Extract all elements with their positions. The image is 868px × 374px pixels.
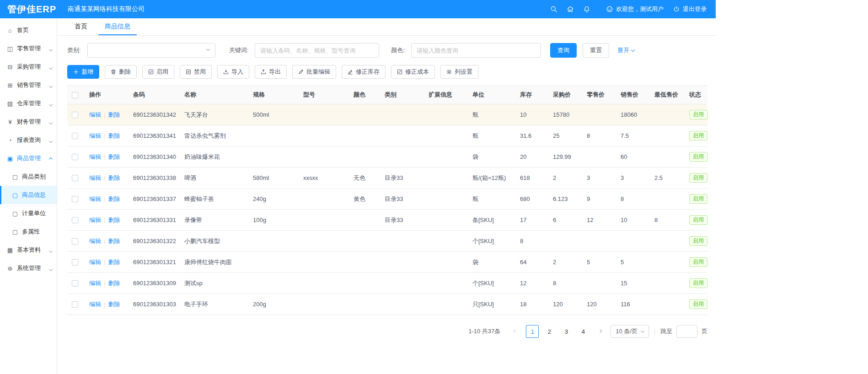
cell-model <box>299 231 349 252</box>
sidebar-item[interactable]: ◔报表查询 <box>0 131 57 149</box>
row-checkbox[interactable] <box>72 133 78 139</box>
keyword-input[interactable] <box>255 43 379 58</box>
button-label: 禁用 <box>194 68 206 76</box>
trash-icon <box>111 69 116 75</box>
export-button[interactable]: 导出 <box>255 65 287 79</box>
sidebar-item[interactable]: ▢商品类别 <box>0 168 57 186</box>
reset-button[interactable]: 重置 <box>583 43 609 58</box>
cell-color <box>349 231 380 252</box>
edit-link[interactable]: 编辑 <box>89 174 101 181</box>
row-checkbox[interactable] <box>72 217 78 223</box>
search-icon[interactable] <box>550 5 557 13</box>
disable-button[interactable]: 禁用 <box>180 65 212 79</box>
fix-cost-button[interactable]: 修正成本 <box>391 65 435 79</box>
row-checkbox[interactable] <box>72 238 78 244</box>
sidebar-item[interactable]: ⊞销售管理 <box>0 76 57 94</box>
cell-min_price <box>650 125 685 146</box>
import-button[interactable]: 导入 <box>217 65 249 79</box>
edit-link[interactable]: 编辑 <box>89 259 101 266</box>
chevron-down-icon <box>641 329 644 332</box>
sidebar-item[interactable]: ▤仓库管理 <box>0 94 57 113</box>
delete-link[interactable]: 删除 <box>108 111 120 118</box>
cell-actions: 编辑|删除 <box>85 294 129 315</box>
page-button-4[interactable]: 4 <box>577 325 589 338</box>
cell-barcode: 6901236301321 <box>129 252 180 273</box>
shop-icon[interactable] <box>567 5 574 13</box>
page-size-select[interactable]: 10 条/页 <box>611 325 649 338</box>
next-page-button[interactable] <box>594 325 606 338</box>
bell-icon[interactable] <box>583 5 590 13</box>
column-settings-button[interactable]: 列设置 <box>440 65 478 79</box>
sidebar-item[interactable]: ▢商品信息 <box>0 186 57 204</box>
cell-barcode: 6901236301331 <box>129 210 180 231</box>
status-badge: 启用 <box>689 152 707 162</box>
row-checkbox[interactable] <box>72 280 78 287</box>
jump-page-input[interactable] <box>676 325 697 338</box>
cell-color <box>349 210 380 231</box>
cell-stock: 618 <box>515 168 548 189</box>
sidebar-item[interactable]: ¥财务管理 <box>0 113 57 131</box>
sidebar-item[interactable]: ◫零售管理 <box>0 39 57 58</box>
sidebar-item[interactable]: ▢多属性 <box>0 222 57 241</box>
prev-page-button[interactable] <box>509 325 522 338</box>
edit-link[interactable]: 编辑 <box>89 111 101 118</box>
edit-link[interactable]: 编辑 <box>89 217 101 223</box>
edit-line-icon <box>348 69 353 75</box>
page-button-1[interactable]: 1 <box>526 325 539 338</box>
row-checkbox[interactable] <box>72 112 78 118</box>
page-button-2[interactable]: 2 <box>543 325 556 338</box>
edit-link[interactable]: 编辑 <box>89 280 101 287</box>
edit-link[interactable]: 编辑 <box>89 153 101 160</box>
row-checkbox[interactable] <box>72 301 78 308</box>
row-checkbox[interactable] <box>72 259 78 266</box>
select-all-checkbox[interactable] <box>72 92 78 98</box>
row-checkbox[interactable] <box>72 175 78 181</box>
delete-button[interactable]: 删除 <box>105 65 137 79</box>
table-row: 编辑|删除6901236301341雷达杀虫气雾剂瓶31.62587.5启用 <box>67 125 707 146</box>
row-checkbox[interactable] <box>72 196 78 202</box>
delete-link[interactable]: 删除 <box>108 132 120 139</box>
welcome-text: 欢迎您，测试用户 <box>616 5 664 13</box>
tab-home[interactable]: 首页 <box>68 18 94 35</box>
app-window: 管伊佳ERP 南通某某网络科技有限公司 欢迎您，测试用户 退出登录 ⌂首页◫ <box>0 0 716 374</box>
cell-barcode: 6901236301337 <box>129 189 180 210</box>
delete-link[interactable]: 删除 <box>108 217 120 223</box>
sidebar-item[interactable]: ▦基本资料 <box>0 241 57 259</box>
edit-link[interactable]: 编辑 <box>89 195 101 202</box>
search-button[interactable]: 查询 <box>550 43 577 58</box>
sidebar-item[interactable]: ⊛系统管理 <box>0 259 57 277</box>
delete-link[interactable]: 删除 <box>108 174 120 181</box>
cell-model <box>299 189 349 210</box>
delete-link[interactable]: 删除 <box>108 301 120 308</box>
page-button-3[interactable]: 3 <box>560 325 573 338</box>
cell-sale: 10 <box>616 210 650 231</box>
logout-button[interactable]: 退出登录 <box>673 5 707 13</box>
batch-edit-button[interactable]: 批量编辑 <box>292 65 336 79</box>
row-checkbox[interactable] <box>72 154 78 160</box>
sidebar-item[interactable]: ⌂首页 <box>0 21 57 39</box>
tab-goods-info[interactable]: 商品信息 <box>98 18 137 35</box>
sidebar-item[interactable]: ⊟采购管理 <box>0 58 57 76</box>
enable-button[interactable]: 启用 <box>142 65 174 79</box>
fix-stock-button[interactable]: 修正库存 <box>342 65 386 79</box>
sidebar-item[interactable]: ▢计量单位 <box>0 204 57 222</box>
delete-link[interactable]: 删除 <box>108 280 120 287</box>
category-select[interactable] <box>87 43 215 58</box>
delete-link[interactable]: 删除 <box>108 259 120 266</box>
sidebar-item[interactable]: ▣商品管理 <box>0 149 57 168</box>
edit-link[interactable]: 编辑 <box>89 132 101 139</box>
cell-model: xxsxx <box>299 168 349 189</box>
delete-link[interactable]: 删除 <box>108 153 120 160</box>
pagination: 1-10 共37条 1 2 3 4 10 条/页 跳至 页 <box>67 325 707 356</box>
edit-link[interactable]: 编辑 <box>89 301 101 308</box>
edit-link[interactable]: 编辑 <box>89 238 101 244</box>
delete-link[interactable]: 删除 <box>108 195 120 202</box>
welcome-user[interactable]: 欢迎您，测试用户 <box>606 5 664 13</box>
cell-purchase: 25 <box>548 125 582 146</box>
add-button[interactable]: 新增 <box>67 65 99 79</box>
column-header: 名称 <box>180 86 248 104</box>
delete-link[interactable]: 删除 <box>108 238 120 244</box>
expand-link[interactable]: 展开 <box>617 46 634 54</box>
cell-spec: 500ml <box>248 104 299 125</box>
color-input[interactable] <box>411 43 541 58</box>
